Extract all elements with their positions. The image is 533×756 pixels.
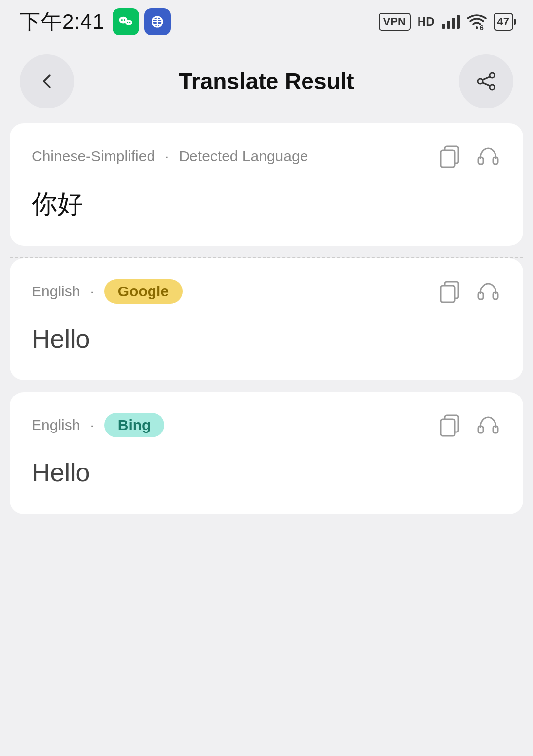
svg-rect-18 [441,150,455,167]
translation-card-0: English · Google [10,258,523,381]
translation-lang-info-1: English · Bing [32,413,164,437]
status-left: 下午2:41 [20,8,171,36]
signal-bar-3 [452,18,455,29]
content: Chinese-Simplified · Detected Language [0,123,533,546]
signal-bar-4 [457,15,460,29]
svg-rect-26 [441,419,455,436]
source-text: 你好 [32,187,501,221]
source-listen-button[interactable] [475,143,501,170]
translation-copy-button-0[interactable] [436,278,463,305]
translation-sep-0: · [90,283,94,300]
copy-icon-1 [437,412,462,438]
translation-actions-1 [436,412,501,438]
copy-icon-0 [437,279,462,304]
source-lang-label: Chinese-Simplified [32,148,155,165]
svg-point-12 [490,73,495,78]
status-bar: 下午2:41 [0,0,533,39]
status-time: 下午2:41 [20,8,105,36]
translation-lang-0: English [32,283,80,300]
headphone-icon-1 [475,412,501,438]
back-button[interactable] [20,54,74,108]
translation-sep-1: · [90,417,94,433]
svg-point-1 [121,19,122,21]
translation-cards: English · Google [0,258,533,526]
svg-line-16 [483,83,490,86]
vpn-badge: VPN [379,13,411,31]
share-button[interactable] [459,54,513,108]
translation-actions-0 [436,278,501,305]
svg-point-13 [478,79,483,84]
wechat-icon [113,8,139,35]
source-card-header: Chinese-Simplified · Detected Language [32,143,501,170]
headphone-icon-0 [475,279,501,304]
detected-label: Detected Language [179,148,308,165]
translation-copy-button-1[interactable] [436,412,463,438]
hd-badge: HD [418,15,435,29]
translation-text-1: Hello [32,456,501,490]
source-card-actions [436,143,501,170]
svg-point-2 [124,19,125,21]
engine-badge-0: Google [104,279,183,304]
svg-point-3 [125,20,132,25]
signal-bars [442,15,460,29]
svg-text:6: 6 [480,24,484,30]
svg-line-15 [483,77,490,80]
app-icon [144,8,171,35]
source-copy-button[interactable] [436,143,463,170]
translation-text-0: Hello [32,323,501,356]
status-right: VPN HD 6 47 [379,13,513,31]
translation-listen-button-1[interactable] [475,412,501,438]
source-separator: · [165,148,169,165]
svg-point-5 [129,22,131,23]
translation-header-1: English · Bing [32,412,501,438]
copy-icon [437,144,462,169]
page-title: Translate Result [179,68,354,95]
signal-bar-2 [447,21,450,29]
signal-bar-1 [442,24,445,29]
svg-point-4 [127,22,128,23]
source-card: Chinese-Simplified · Detected Language [10,123,523,246]
battery: 47 [494,13,513,31]
status-icons-left [113,8,171,35]
svg-point-14 [490,85,495,90]
translation-card-1: English · Bing [10,392,523,514]
translation-lang-1: English [32,417,80,433]
translation-lang-info-0: English · Google [32,279,183,304]
header: Translate Result [0,39,533,123]
headphone-icon [475,144,501,169]
source-lang-info: Chinese-Simplified · Detected Language [32,148,308,165]
wifi-icon: 6 [467,13,487,30]
back-icon [38,72,56,90]
translation-header-0: English · Google [32,278,501,305]
svg-rect-22 [441,286,455,302]
engine-badge-1: Bing [104,413,165,437]
translation-listen-button-0[interactable] [475,278,501,305]
share-icon [476,72,496,91]
